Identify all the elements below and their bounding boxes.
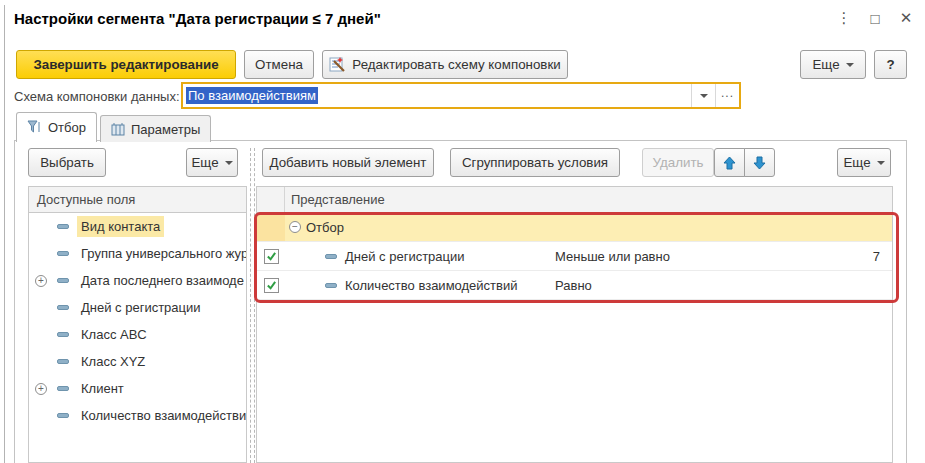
add-element-label: Добавить новый элемент: [270, 155, 427, 170]
finish-editing-label: Завершить редактирование: [33, 57, 218, 72]
parameters-table-icon: [111, 122, 125, 136]
window-title: Настройки сегмента "Дата регистрации ≤ 7…: [14, 10, 381, 27]
select-button[interactable]: Выбрать: [28, 148, 106, 177]
collapse-minus-icon[interactable]: −: [289, 221, 301, 233]
more-button-left-panel[interactable]: Еще: [186, 148, 238, 177]
schema-field-label: Схема компоновки данных:: [14, 89, 180, 104]
move-down-button[interactable]: [744, 148, 775, 177]
more-left-label: Еще: [191, 155, 218, 170]
cancel-button[interactable]: Отмена: [244, 50, 314, 79]
delete-button[interactable]: Удалить: [642, 148, 714, 177]
filter-funnel-icon: [27, 120, 42, 135]
group-conditions-button[interactable]: Сгруппировать условия: [450, 148, 620, 177]
tree-item-label: Группа универсального жур: [77, 243, 247, 264]
field-dash-icon: [325, 283, 337, 288]
filter-rows-panel: Представление − Отбор Дней с регистрации: [256, 186, 893, 463]
cancel-label: Отмена: [255, 57, 303, 72]
field-dash-icon: [57, 278, 69, 283]
window-maximize-icon[interactable]: □: [863, 6, 887, 30]
move-up-button[interactable]: [714, 148, 745, 177]
dropdown-arrow-icon: [846, 63, 854, 67]
expand-plus-icon[interactable]: +: [35, 275, 47, 287]
tree-item-klass-xyz[interactable]: Класс XYZ: [29, 348, 246, 375]
select-label: Выбрать: [40, 155, 94, 170]
window-menu-icon[interactable]: ⋮: [832, 6, 856, 30]
schema-input-selected-text: По взаимодействиям: [186, 87, 318, 104]
edit-schema-icon: [329, 56, 346, 73]
more-label: Еще: [812, 57, 839, 72]
tree-item-label: Дней с регистрации: [77, 297, 205, 318]
schema-input[interactable]: По взаимодействиям ...: [181, 82, 741, 109]
tree-item-label: Количество взаимодействий: [77, 405, 247, 426]
tab-otbor[interactable]: Отбор: [16, 112, 97, 142]
tree-item-vid-kontakta[interactable]: Вид контакта: [29, 213, 246, 240]
more-button-top[interactable]: Еще: [800, 50, 866, 79]
schema-dropdown-button[interactable]: [691, 84, 715, 107]
checkbox-column-header: [257, 187, 285, 212]
tree-item-gruppa[interactable]: Группа универсального жур: [29, 240, 246, 267]
row-check-cell: [257, 271, 285, 299]
help-button[interactable]: ?: [874, 50, 907, 79]
row-condition: Меньше или равно: [555, 249, 670, 264]
help-label: ?: [886, 57, 894, 72]
checkbox-checked[interactable]: [264, 249, 279, 264]
tree-item-klass-abc[interactable]: Класс ABC: [29, 321, 246, 348]
tree-item-label: Класс ABC: [77, 324, 151, 345]
tab-parametry-label: Параметры: [131, 122, 200, 137]
tree-item-label: Дата последнего взаимоде: [77, 270, 247, 291]
more-button-right-panel[interactable]: Еще: [837, 148, 891, 177]
schema-ellipsis-button[interactable]: ...: [715, 84, 739, 107]
group-row-check-cell: [257, 213, 285, 241]
field-dash-icon: [57, 332, 69, 337]
tree-item-dney-s-registracii[interactable]: Дней с регистрации: [29, 294, 246, 321]
tree-item-klient[interactable]: + Клиент: [29, 375, 246, 402]
presentation-column-header: Представление: [285, 192, 385, 207]
add-element-button[interactable]: Добавить новый элемент: [262, 148, 434, 177]
field-dash-icon: [57, 359, 69, 364]
row-check-cell: [257, 242, 285, 270]
finish-editing-button[interactable]: Завершить редактирование: [16, 50, 236, 79]
row-value: 7: [873, 249, 880, 264]
available-fields-header: Доступные поля: [29, 187, 246, 213]
delete-label: Удалить: [653, 155, 704, 170]
filter-rows-header: Представление: [257, 187, 892, 213]
tree-item-label: Вид контакта: [77, 216, 164, 237]
tree-item-data-poslednego[interactable]: + Дата последнего взаимоде: [29, 267, 246, 294]
available-fields-panel: Доступные поля Вид контакта Группа униве…: [28, 186, 247, 463]
tree-item-kolichestvo[interactable]: Количество взаимодействий: [29, 402, 246, 429]
field-dash-icon: [57, 305, 69, 310]
checkbox-checked[interactable]: [264, 278, 279, 293]
tree-item-label: Класс XYZ: [77, 351, 149, 372]
tab-parametry[interactable]: Параметры: [100, 115, 211, 142]
more-right-label: Еще: [843, 155, 870, 170]
field-dash-icon: [57, 251, 69, 256]
field-dash-icon: [325, 254, 337, 259]
arrow-up-icon: [723, 156, 736, 170]
tree-item-label: Клиент: [77, 378, 128, 399]
dropdown-arrow-icon: [225, 161, 233, 165]
row-field: Количество взаимодействий: [345, 278, 517, 293]
filter-row-kolichestvo[interactable]: Количество взаимодействий Равно: [257, 271, 892, 300]
window-close-icon[interactable]: ✕: [894, 6, 918, 30]
filter-group-row[interactable]: − Отбор: [257, 213, 892, 242]
filter-row-dney[interactable]: Дней с регистрации Меньше или равно 7: [257, 242, 892, 271]
row-condition: Равно: [555, 278, 592, 293]
check-icon: [266, 280, 277, 291]
panel-splitter[interactable]: [250, 148, 255, 463]
field-dash-icon: [57, 413, 69, 418]
window-left-border: [4, 5, 5, 463]
group-row-label: Отбор: [306, 220, 344, 235]
segment-settings-window: Настройки сегмента "Дата регистрации ≤ 7…: [0, 0, 925, 463]
expand-plus-icon[interactable]: +: [35, 383, 47, 395]
group-conditions-label: Сгруппировать условия: [462, 155, 608, 170]
dropdown-arrow-icon: [877, 161, 885, 165]
row-field: Дней с регистрации: [345, 249, 465, 264]
field-dash-icon: [57, 386, 69, 391]
dropdown-arrow-icon: [700, 94, 708, 98]
edit-schema-button[interactable]: Редактировать схему компоновки: [322, 50, 568, 79]
arrow-down-icon: [753, 156, 766, 170]
field-dash-icon: [57, 224, 69, 229]
edit-schema-label: Редактировать схему компоновки: [352, 57, 560, 72]
tab-otbor-label: Отбор: [48, 120, 86, 135]
check-icon: [266, 251, 277, 262]
